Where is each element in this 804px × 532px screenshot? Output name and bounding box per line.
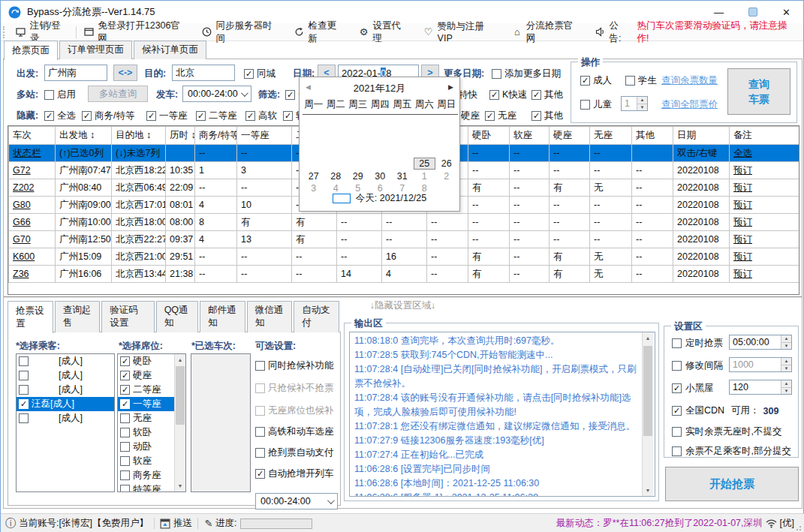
toolbar-grip[interactable] [3, 26, 6, 38]
checkbox-box[interactable] [146, 111, 156, 121]
checkbox-box[interactable] [672, 383, 682, 393]
spinner-arrows[interactable]: ▲▼ [781, 380, 791, 394]
checkbox-box[interactable] [19, 413, 29, 423]
option-checkbox-自动抢增开列车[interactable]: 自动抢增开列车 [255, 467, 334, 480]
checkbox-box[interactable] [672, 338, 682, 348]
spinner-arrows[interactable]: ▲▼ [781, 358, 791, 371]
resize-grip[interactable] [796, 524, 803, 531]
column-header[interactable]: 出发地 ↕ [56, 127, 112, 145]
checkbox-box[interactable] [255, 427, 265, 437]
scroll-up-icon[interactable]: ▲ [643, 332, 653, 344]
checkbox-box[interactable] [120, 371, 130, 380]
toolbar-item-8[interactable]: 公告: [589, 23, 637, 41]
query-all-prices-link[interactable]: 查询全部票价 [661, 98, 718, 111]
child-checkbox[interactable]: 儿童 [580, 98, 612, 111]
time-range-combo[interactable]: 00:00-24:00 [182, 86, 251, 102]
calendar-today-label[interactable]: 今天: 2021/12/25 [356, 192, 427, 205]
table-row[interactable]: G66广州南10:00北京西18:0008:008有有-------------… [9, 214, 800, 231]
option-checkbox-只抢候补不抢票[interactable]: 只抢候补不抢票 [255, 382, 334, 395]
same-city-box[interactable] [244, 69, 254, 79]
filter-checkbox-K快速[interactable]: K快速 [489, 89, 527, 101]
book-link[interactable]: 预订 [730, 214, 800, 231]
book-link[interactable]: 预订 [730, 162, 800, 179]
column-header[interactable]: 硬座 [550, 127, 590, 145]
multi-station-query-button[interactable]: 多站查询 [88, 86, 148, 102]
tab-邮件通知[interactable]: 邮件通知 [200, 301, 245, 332]
calendar-day[interactable]: 27 [303, 170, 325, 182]
calendar-day[interactable]: 2 [435, 170, 458, 182]
setting-spinner[interactable]: 120▲▼ [729, 380, 792, 395]
checkbox-box[interactable] [255, 383, 265, 393]
seat-listbox[interactable]: 硬卧硬座二等座一等座无座软卧动卧软座商务座特等座 ▲ ▼ [117, 353, 186, 492]
toolbar-item-1[interactable]: 注销/登录 [9, 23, 76, 41]
tab-抢票页面[interactable]: 抢票页面 [4, 41, 58, 60]
tab-抢票设置[interactable]: 抢票设置 [8, 301, 53, 333]
checkbox-box[interactable] [120, 385, 130, 395]
train-number-cell[interactable]: Z36 [9, 266, 56, 283]
calendar-day[interactable]: 30 [369, 170, 392, 182]
scroll-thumb[interactable] [643, 346, 652, 436]
tab-QQ通知[interactable]: QQ通知 [156, 301, 198, 332]
setting-checkbox-实时余票无座时,不提交[interactable]: 实时余票无座时,不提交 [672, 425, 781, 438]
checkbox-box[interactable] [120, 485, 130, 492]
hide-checkbox-高软[interactable]: 高软 [245, 110, 277, 122]
calendar-day[interactable]: 1 [414, 170, 436, 182]
checkbox-box[interactable] [255, 406, 265, 416]
tab-自动支付[interactable]: 自动支付 [294, 301, 339, 332]
setting-spinner[interactable]: 1000▲▼ [729, 357, 792, 372]
book-link[interactable]: 预订 [730, 197, 800, 214]
book-link[interactable]: 预订 [730, 248, 800, 266]
toolbar-item-5[interactable]: ⚙设置代理 [352, 23, 417, 41]
checkbox-box[interactable] [120, 428, 130, 437]
passenger-item[interactable]: [成人] [17, 411, 114, 425]
swap-button[interactable]: <-> [113, 65, 137, 81]
option-checkbox-同时抢候补功能[interactable]: 同时抢候补功能 [255, 359, 334, 372]
spinner-arrows[interactable]: ▲▼ [781, 335, 791, 349]
checkbox-box[interactable] [120, 399, 130, 409]
option-checkbox-无座席位也候补[interactable]: 无座席位也候补 [255, 404, 334, 417]
tab-查询起售[interactable]: 查询起售 [55, 301, 101, 332]
seat-item[interactable]: 一等座 [118, 397, 174, 411]
log-scrollbar[interactable]: ▲ ▼ [642, 332, 653, 496]
train-number-cell[interactable]: G80 [9, 197, 56, 214]
checkbox-box[interactable] [489, 90, 499, 100]
calendar-day[interactable]: 28 [325, 170, 348, 182]
checkbox-box[interactable] [120, 413, 130, 423]
checkbox-box[interactable] [672, 361, 682, 371]
toolbar-item-3[interactable]: 同步服务器时间 [195, 23, 288, 41]
hide-checkbox-一等座[interactable]: 一等座 [146, 110, 188, 122]
spinner-arrows[interactable]: ▲▼ [637, 97, 647, 110]
option-checkbox-抢到票自动支付[interactable]: 抢到票自动支付 [255, 446, 334, 459]
child-count-spinner[interactable]: 1▲▼ [621, 96, 648, 111]
spinner-down-icon[interactable]: ▼ [781, 388, 791, 395]
calendar-day[interactable]: 29 [347, 170, 369, 182]
checkbox-box[interactable] [19, 371, 29, 380]
calendar-prev-icon[interactable]: ◀ [306, 83, 311, 91]
spinner-down-icon[interactable]: ▼ [781, 343, 791, 350]
hide-checkbox-其他[interactable]: 其他 [531, 110, 563, 122]
table-row[interactable]: K600广州15:09北京西21:0029:51--------16--有--有… [9, 248, 800, 266]
hide-checkbox-商务/特等[interactable]: 商务/特等 [82, 110, 134, 122]
seat-item[interactable]: 动卧 [118, 440, 174, 454]
passenger-listbox[interactable]: [成人][成人][成人]汪磊[成人][成人] [16, 353, 115, 492]
seat-item[interactable]: 二等座 [118, 383, 174, 397]
toolbar-item-7[interactable]: ⌂分流抢票官网 [505, 23, 589, 41]
filter-checkbox-其他[interactable]: 其他 [531, 89, 563, 101]
scroll-up-icon[interactable]: ▲ [175, 354, 185, 365]
checkbox-box[interactable] [120, 442, 130, 452]
passenger-item[interactable]: [成人] [17, 383, 114, 397]
grab-time-range-combo[interactable]: 00:00-24:00 [255, 493, 338, 509]
table-row[interactable]: Z36广州16:06北京西13:4421:38------144--有--有无-… [9, 266, 800, 283]
dest-input[interactable] [172, 65, 235, 81]
table-row[interactable]: G70广州南12:50北京西22:2709:37413有------------… [9, 231, 800, 248]
checkbox-box[interactable] [19, 385, 29, 395]
hide-checkbox-无座[interactable]: 无座 [485, 110, 516, 122]
seat-item[interactable]: 无座 [118, 411, 174, 425]
train-number-cell[interactable]: G70 [9, 231, 56, 248]
checkbox-box[interactable] [120, 356, 130, 366]
column-header[interactable]: 历时 ↕ [166, 127, 195, 145]
checkbox-box[interactable] [672, 446, 682, 456]
checkbox-box[interactable] [255, 448, 265, 458]
query-ticket-count-link[interactable]: 查询余票数量 [661, 74, 718, 87]
tab-候补订单页面[interactable]: 候补订单页面 [134, 41, 206, 59]
